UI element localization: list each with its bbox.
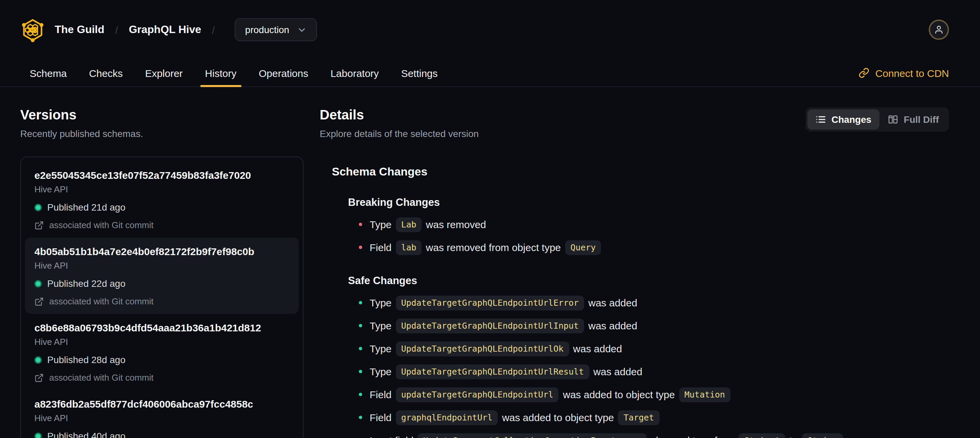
link-icon: [859, 67, 869, 78]
version-hash: 4b05ab51b1b4a7e2e4b0ef82172f2b9f7ef98c0b: [34, 244, 290, 258]
version-list-item[interactable]: c8b6e88a06793b9c4dfd54aaa21b36a1b421d812…: [25, 314, 299, 390]
nav-tabs: SchemaChecksExplorerHistoryOperationsLab…: [30, 59, 438, 86]
details-header: Details Explore details of the selected …: [320, 107, 949, 139]
versions-subtitle: Recently published schemas.: [20, 128, 304, 139]
external-link-icon: [34, 373, 44, 382]
change-section-name: Safe Changes: [348, 275, 949, 287]
change-text: was added: [570, 343, 622, 354]
target-selector-value: production: [245, 24, 290, 35]
git-commit-label: associated with Git commit: [49, 219, 153, 231]
full-diff-view-label: Full Diff: [904, 114, 939, 125]
connect-to-cdn-button[interactable]: Connect to CDN: [859, 67, 949, 79]
change-section-breaking: Breaking Changes Type Lab was removedFie…: [332, 196, 949, 257]
change-text: was added to object type: [560, 389, 678, 400]
code-chip: updateTargetGraphQLEndpointUrl: [396, 387, 559, 402]
change-row: Type UpdateTargetGraphQLEndpointUrlInput…: [370, 317, 949, 335]
change-text: Type: [370, 366, 394, 377]
version-list-item[interactable]: 4b05ab51b1b4a7e2e4b0ef82172f2b9f7ef98c0b…: [25, 237, 299, 314]
change-text: was added: [590, 366, 642, 377]
schema-changes-title: Schema Changes: [332, 166, 949, 179]
code-chip: String!: [739, 433, 785, 438]
code-chip: Query: [565, 240, 601, 255]
tab-checks[interactable]: Checks: [89, 59, 123, 86]
code-chip: UpdateDocumentCollectionOperationInput.n…: [417, 433, 646, 438]
chevron-down-icon: [297, 25, 307, 35]
breadcrumb-separator: /: [115, 24, 118, 35]
breadcrumb-org[interactable]: The Guild: [55, 24, 105, 36]
code-chip: UpdateTargetGraphQLEndpointUrlInput: [396, 319, 584, 333]
version-service: Hive API: [34, 183, 290, 195]
published-dot-icon: [34, 433, 42, 438]
columns-icon: [888, 114, 898, 125]
user-menu-button[interactable]: [929, 19, 949, 40]
tab-operations[interactable]: Operations: [259, 59, 308, 86]
change-text: was added: [585, 320, 637, 331]
list-icon: [815, 114, 826, 125]
tab-history[interactable]: History: [205, 59, 236, 86]
change-rows: Type UpdateTargetGraphQLEndpointUrlError…: [348, 293, 949, 438]
code-chip: UpdateTargetGraphQLEndpointUrlError: [396, 296, 584, 311]
breadcrumb-project[interactable]: GraphQL Hive: [129, 24, 201, 36]
change-text: Field: [370, 242, 394, 253]
published-dot-icon: [34, 204, 42, 211]
details-panel: Details Explore details of the selected …: [320, 107, 949, 438]
change-section-name: Breaking Changes: [348, 196, 949, 209]
change-text: Field: [370, 389, 394, 400]
change-row: Type UpdateTargetGraphQLEndpointUrlOk wa…: [370, 339, 949, 358]
published-dot-icon: [34, 356, 42, 364]
target-selector[interactable]: production: [235, 18, 317, 41]
change-text: Type: [370, 320, 394, 331]
change-row: Type Lab was removed: [370, 215, 949, 234]
tab-settings[interactable]: Settings: [401, 59, 438, 86]
code-chip: String: [802, 433, 843, 438]
version-git-link[interactable]: associated with Git commit: [34, 372, 290, 383]
version-hash: c8b6e88a06793b9c4dfd54aaa21b36a1b421d812: [34, 320, 290, 335]
hive-honeycomb-icon[interactable]: [20, 17, 45, 42]
schema-changes-sections: Breaking Changes Type Lab was removedFie…: [332, 196, 949, 438]
change-text: changed type from: [648, 435, 738, 438]
change-row: Field lab was removed from object type Q…: [370, 238, 949, 257]
nav-bar: SchemaChecksExplorerHistoryOperationsLab…: [0, 59, 980, 87]
breadcrumb-separator: /: [212, 24, 215, 35]
change-text: Type: [370, 219, 394, 230]
version-hash: e2e55045345ce13fe07f52a77459b83fa3fe7020: [34, 168, 290, 182]
code-chip: Mutation: [679, 387, 730, 402]
code-chip: graphqlEndpointUrl: [396, 410, 498, 425]
code-chip: lab: [396, 240, 422, 255]
tab-schema[interactable]: Schema: [30, 59, 67, 86]
version-list-item[interactable]: e2e55045345ce13fe07f52a77459b83fa3fe7020…: [25, 161, 299, 237]
change-text: Type: [370, 297, 394, 308]
change-text: was added: [585, 297, 637, 308]
full-diff-view-button[interactable]: Full Diff: [880, 109, 947, 130]
changes-view-button[interactable]: Changes: [807, 109, 880, 130]
tab-explorer[interactable]: Explorer: [145, 59, 183, 86]
version-list: e2e55045345ce13fe07f52a77459b83fa3fe7020…: [20, 156, 304, 438]
published-label: Published 21d ago: [47, 201, 126, 214]
change-text: was added to object type: [499, 412, 617, 423]
version-status: Published 22d ago: [34, 277, 290, 290]
code-chip: UpdateTargetGraphQLEndpointUrlOk: [396, 341, 569, 356]
change-row: Input field UpdateDocumentCollectionOper…: [370, 431, 949, 438]
change-text: Field: [370, 412, 394, 423]
published-label: Published 22d ago: [47, 277, 126, 290]
user-icon: [934, 25, 943, 34]
version-git-link[interactable]: associated with Git commit: [34, 219, 290, 231]
versions-panel: Versions Recently published schemas. e2e…: [20, 107, 304, 438]
change-text: to: [786, 435, 800, 438]
details-titles: Details Explore details of the selected …: [320, 107, 479, 139]
version-git-link[interactable]: associated with Git commit: [34, 296, 290, 307]
code-chip: Lab: [396, 217, 422, 232]
published-dot-icon: [34, 280, 42, 288]
view-toggle: Changes Full Diff: [805, 107, 949, 132]
changes-view-label: Changes: [832, 114, 872, 125]
version-list-item[interactable]: a823f6db2a55df877dcf406006abca97fcc4858c…: [25, 390, 299, 438]
change-row: Field updateTargetGraphQLEndpointUrl was…: [370, 385, 949, 404]
tab-laboratory[interactable]: Laboratory: [331, 59, 379, 86]
change-text: Input field: [370, 435, 416, 438]
version-status: Published 21d ago: [34, 201, 290, 214]
code-chip: Target: [618, 410, 659, 425]
change-text: was removed: [423, 219, 486, 230]
change-row: Type UpdateTargetGraphQLEndpointUrlResul…: [370, 362, 949, 381]
connect-to-cdn-label: Connect to CDN: [875, 67, 949, 79]
version-status: Published 28d ago: [34, 354, 290, 366]
